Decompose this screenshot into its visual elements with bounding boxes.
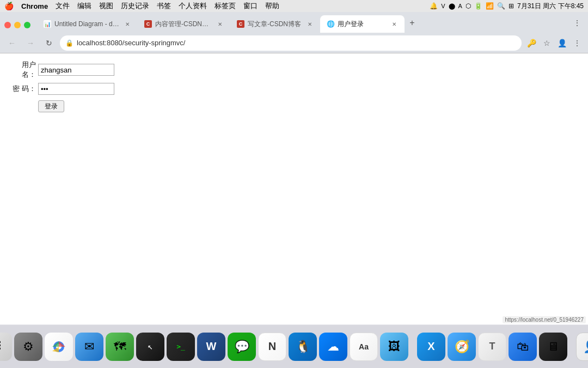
- dock: 🗂 ⠿ ⚙ ✉ 🗺 ↖ >_ W 💬 N 🐧 ☁ Aa 🖼 X 🧭 T 🛍 🖥 …: [0, 324, 588, 368]
- password-row: 密 码：: [9, 83, 579, 95]
- tab-favicon-csdn2: C: [237, 20, 244, 28]
- chrome-menu-button[interactable]: ⋮: [571, 37, 584, 50]
- login-form: 用户名： 密 码： 登录: [9, 60, 579, 112]
- menubar-chrome[interactable]: Chrome: [21, 2, 48, 10]
- tab-label-csdn1: 内容管理-CSDN博客: [155, 20, 213, 29]
- tab-actions: ⋮: [571, 16, 584, 29]
- menu-icon-v: V: [441, 3, 445, 9]
- tab-csdn-content[interactable]: C 内容管理-CSDN博客 ✕: [138, 15, 230, 33]
- dock-safari[interactable]: 🧭: [448, 333, 476, 361]
- traffic-lights: [4, 22, 30, 28]
- tab-diagrams[interactable]: 📊 Untitled Diagram - diagrams.n… ✕: [37, 15, 138, 33]
- url-bar[interactable]: 🔒 localhost:8080/security-springmvc/: [60, 35, 522, 51]
- tab-favicon-diagrams: 📊: [44, 20, 51, 28]
- bookmark-icon[interactable]: ☆: [540, 37, 553, 50]
- new-tab-button[interactable]: +: [405, 15, 420, 31]
- address-bar: ← → ↻ 🔒 localhost:8080/security-springmv…: [0, 33, 588, 53]
- menubar-tabs[interactable]: 标签页: [215, 1, 236, 11]
- tab-favicon-csdn1: C: [144, 20, 152, 28]
- dock-mail[interactable]: ✉: [75, 333, 103, 361]
- menubar-file[interactable]: 文件: [56, 1, 70, 11]
- profile-icon[interactable]: 👤: [555, 37, 568, 50]
- dock-screen-sharing[interactable]: 🖥: [539, 333, 567, 361]
- dock-maps[interactable]: 🗺: [106, 333, 134, 361]
- status-url: https://localhost.net/0_51946227: [503, 316, 586, 323]
- search-icon[interactable]: 🔍: [497, 2, 505, 10]
- tab-close-diagrams[interactable]: ✕: [124, 20, 131, 28]
- dock-font-book[interactable]: Aa: [350, 333, 378, 361]
- tab-label-diagrams: Untitled Diagram - diagrams.n…: [54, 20, 120, 28]
- menubar-left: 🍎 Chrome 文件 编辑 视图 历史记录 书签 个人资料 标签页 窗口 帮助: [4, 1, 279, 11]
- dock-wechat[interactable]: 💬: [228, 333, 256, 361]
- menubar-help[interactable]: 帮助: [265, 1, 279, 11]
- password-manager-icon[interactable]: 🔑: [525, 37, 538, 50]
- forward-button[interactable]: →: [23, 35, 38, 51]
- menubar-bookmarks[interactable]: 书签: [157, 1, 171, 11]
- minimize-button[interactable]: [14, 22, 21, 28]
- dock-word[interactable]: W: [197, 333, 225, 361]
- control-center-icon[interactable]: ⊞: [509, 2, 514, 10]
- password-label: 密 码：: [9, 84, 36, 94]
- page-content: 用户名： 密 码： 登录: [0, 53, 588, 336]
- dock-preview[interactable]: 🖼: [380, 333, 408, 361]
- submit-row: 登录: [9, 98, 579, 112]
- tab-close-csdn1[interactable]: ✕: [216, 20, 224, 28]
- dock-qq[interactable]: 🐧: [289, 333, 317, 361]
- tab-label-login: 用户登录: [338, 20, 387, 29]
- dock-system-preferences[interactable]: ⚙: [14, 333, 42, 361]
- notification-icon[interactable]: 🔔: [430, 2, 438, 10]
- dock-fanbox[interactable]: ☁: [319, 333, 347, 361]
- tab-login[interactable]: 🌐 用户登录 ✕: [320, 15, 405, 33]
- username-label: 用户名：: [9, 60, 36, 80]
- dock-terminal[interactable]: >_: [167, 333, 195, 361]
- dock-launchpad[interactable]: ⠿: [0, 333, 12, 361]
- username-row: 用户名：: [9, 60, 579, 80]
- maximize-button[interactable]: [24, 22, 30, 28]
- menubar-view[interactable]: 视图: [99, 1, 113, 11]
- reload-button[interactable]: ↻: [41, 35, 57, 51]
- close-button[interactable]: [4, 22, 11, 28]
- tab-label-csdn2: 写文章-CSDN博客: [248, 20, 303, 29]
- tab-menu-button[interactable]: ⋮: [571, 16, 584, 29]
- menubar-profile[interactable]: 个人资料: [179, 1, 207, 11]
- tabs-container: 📊 Untitled Diagram - diagrams.n… ✕ C 内容管…: [37, 15, 571, 33]
- menu-icon-circle: ⬤: [449, 3, 455, 10]
- security-lock-icon: 🔒: [65, 39, 74, 47]
- dock-xcode[interactable]: X: [417, 333, 445, 361]
- back-button[interactable]: ←: [4, 35, 20, 51]
- username-input[interactable]: [38, 64, 114, 76]
- url-text: localhost:8080/security-springmvc/: [77, 39, 185, 47]
- tab-favicon-login: 🌐: [327, 20, 334, 28]
- menu-icon-a: A: [458, 3, 462, 9]
- dock-chrome[interactable]: [45, 333, 73, 361]
- wifi-icon[interactable]: 📶: [486, 2, 494, 10]
- apple-menu[interactable]: 🍎: [4, 2, 14, 10]
- dock-cursor[interactable]: ↖: [136, 333, 164, 361]
- dock-app-store[interactable]: 🛍: [509, 333, 537, 361]
- menubar-right: 🔔 V ⬤ A ⬡ 🔋 📶 🔍 ⊞ 7月31日 周六 下午8:45: [430, 2, 584, 11]
- dock-typora[interactable]: T: [478, 333, 506, 361]
- menubar-edit[interactable]: 编辑: [77, 1, 91, 11]
- chrome-window: 📊 Untitled Diagram - diagrams.n… ✕ C 内容管…: [0, 12, 588, 336]
- tab-csdn-write[interactable]: C 写文章-CSDN博客 ✕: [230, 15, 320, 33]
- password-input[interactable]: [38, 83, 114, 95]
- datetime: 7月31日 周六 下午8:45: [517, 2, 584, 11]
- menubar-window[interactable]: 窗口: [243, 1, 258, 11]
- tab-bar: 📊 Untitled Diagram - diagrams.n… ✕ C 内容管…: [0, 12, 588, 33]
- tab-close-csdn2[interactable]: ✕: [306, 20, 314, 28]
- menubar: 🍎 Chrome 文件 编辑 视图 历史记录 书签 个人资料 标签页 窗口 帮助…: [0, 0, 588, 12]
- menubar-history[interactable]: 历史记录: [121, 1, 149, 11]
- tab-close-login[interactable]: ✕: [390, 20, 398, 28]
- battery-icon[interactable]: 🔋: [474, 2, 482, 10]
- address-right-buttons: 🔑 ☆ 👤 ⋮: [525, 37, 584, 50]
- dock-photo-booth[interactable]: 👤: [576, 333, 588, 361]
- bluetooth-icon[interactable]: ⬡: [465, 2, 471, 10]
- login-button[interactable]: 登录: [38, 100, 64, 112]
- dock-notion[interactable]: N: [258, 333, 286, 361]
